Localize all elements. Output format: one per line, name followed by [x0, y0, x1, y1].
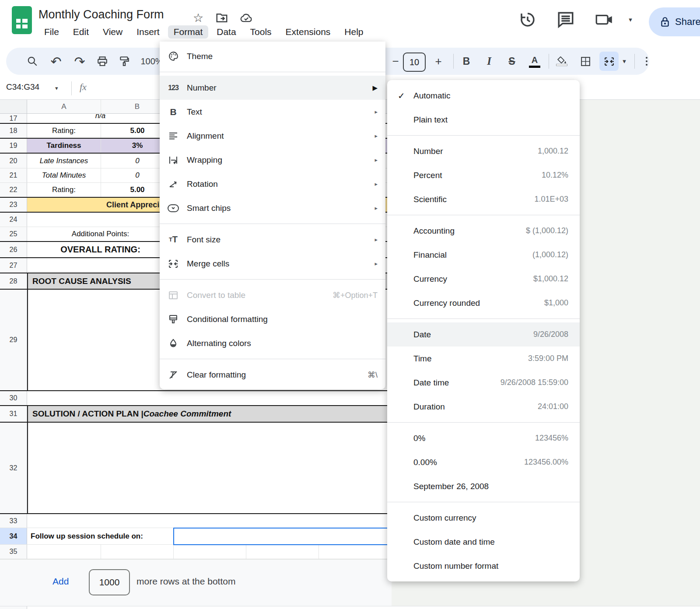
- add-rows-button[interactable]: Add: [52, 576, 69, 587]
- row-header[interactable]: 29: [0, 290, 27, 390]
- submenu-item-time[interactable]: Time 3:59:00 PM: [387, 346, 580, 371]
- cell-a17[interactable]: n/a: [27, 114, 174, 123]
- comments-icon[interactable]: [556, 10, 575, 29]
- merge-cells-button[interactable]: [599, 52, 619, 71]
- row-header[interactable]: 25: [0, 227, 27, 241]
- row-header[interactable]: 33: [0, 514, 27, 528]
- row-header[interactable]: 20: [0, 154, 27, 168]
- row-header[interactable]: 23: [0, 198, 27, 212]
- submenu-item-percent[interactable]: Percent 10.12%: [387, 163, 580, 187]
- row-header-selected[interactable]: 34: [0, 528, 27, 544]
- submenu-item-duration[interactable]: Duration 24:01:00: [387, 395, 580, 419]
- column-header-a[interactable]: A: [27, 100, 101, 113]
- cell-a26[interactable]: OVERALL RATING:: [27, 242, 174, 257]
- submenu-item-custom-date-time[interactable]: Custom date and time: [387, 530, 580, 554]
- cell-a23[interactable]: Client Apprecia: [106, 200, 164, 210]
- cell-a19[interactable]: Tardiness: [27, 139, 101, 153]
- menu-format[interactable]: Format: [168, 25, 209, 38]
- cell-d35[interactable]: [246, 545, 319, 559]
- bold-button[interactable]: B: [457, 52, 476, 71]
- search-icon[interactable]: [23, 52, 42, 71]
- select-all-corner[interactable]: [0, 100, 27, 113]
- menu-tools[interactable]: Tools: [245, 25, 277, 38]
- undo-icon[interactable]: ↶: [46, 52, 66, 71]
- submenu-item-date[interactable]: Date 9/26/2008: [387, 322, 580, 346]
- sheets-logo-icon[interactable]: [11, 6, 32, 35]
- cell-a31[interactable]: SOLUTION / ACTION PLAN | Coachee Commitm…: [28, 406, 231, 422]
- submenu-item-currency[interactable]: Currency $1,000.12: [387, 267, 580, 291]
- menu-item-conditional-formatting[interactable]: Conditional formatting: [160, 307, 385, 331]
- more-options-icon[interactable]: [637, 52, 656, 71]
- text-color-button[interactable]: A: [525, 52, 544, 71]
- rows-count-input[interactable]: 1000: [89, 569, 130, 595]
- row-header[interactable]: 31: [0, 406, 27, 422]
- submenu-item-plain-text[interactable]: Plain text: [387, 108, 580, 132]
- cell-b35[interactable]: [101, 545, 174, 559]
- menu-edit[interactable]: Edit: [67, 25, 94, 38]
- menu-item-wrapping[interactable]: Wrapping ▸: [160, 148, 385, 172]
- row-header[interactable]: 35: [0, 545, 27, 559]
- name-box-dropdown-icon[interactable]: ▾: [55, 85, 58, 91]
- cell-a34[interactable]: Follow up session schedule on:: [27, 528, 174, 544]
- row-header[interactable]: 21: [0, 168, 27, 182]
- menu-item-merge-cells[interactable]: Merge cells ▸: [160, 252, 385, 276]
- row-header[interactable]: 32: [0, 423, 27, 513]
- cell-e35[interactable]: [319, 545, 392, 559]
- cell-a35[interactable]: [27, 545, 101, 559]
- submenu-item-scientific[interactable]: Scientific 1.01E+03: [387, 187, 580, 211]
- cell-a21[interactable]: Total Minutes: [27, 168, 101, 182]
- submenu-item-number[interactable]: Number 1,000.12: [387, 139, 580, 163]
- menu-item-font-size[interactable]: TT Font size ▸: [160, 228, 385, 252]
- menu-item-smart-chips[interactable]: Smart chips ▸: [160, 196, 385, 220]
- menu-item-number[interactable]: 123 Number ▶: [160, 76, 385, 100]
- menu-extensions[interactable]: Extensions: [280, 25, 336, 38]
- row-header[interactable]: 26: [0, 242, 27, 257]
- menu-item-clear-formatting[interactable]: Clear formatting ⌘\: [160, 363, 385, 387]
- paint-format-icon[interactable]: [115, 52, 134, 71]
- borders-button[interactable]: [576, 52, 595, 71]
- menu-insert[interactable]: Insert: [131, 25, 165, 38]
- cloud-status-icon[interactable]: [240, 11, 253, 24]
- cell-a28[interactable]: ROOT CAUSE ANALYSIS: [28, 273, 131, 289]
- menu-view[interactable]: View: [97, 25, 128, 38]
- cell-a25[interactable]: Additional Points:: [27, 227, 174, 241]
- version-history-icon[interactable]: [518, 10, 537, 29]
- row-header[interactable]: 19: [0, 139, 27, 153]
- submenu-item-financial[interactable]: Financial (1,000.12): [387, 243, 580, 267]
- video-call-icon[interactable]: [595, 10, 613, 29]
- merge-cells-dropdown-icon[interactable]: ▾: [619, 52, 630, 71]
- row-header[interactable]: 22: [0, 183, 27, 197]
- submenu-item-long-date[interactable]: September 26, 2008: [387, 474, 580, 498]
- submenu-item-automatic[interactable]: ✓ Automatic: [387, 84, 580, 108]
- cell-c35[interactable]: [174, 545, 246, 559]
- submenu-item-date-time[interactable]: Date time 9/26/2008 15:59:00: [387, 371, 580, 395]
- row-header[interactable]: 24: [0, 213, 27, 227]
- video-call-dropdown-icon[interactable]: ▾: [621, 10, 640, 29]
- name-box[interactable]: C34:G34: [6, 82, 54, 92]
- document-title[interactable]: Monthly Coaching Form: [38, 8, 164, 21]
- decrease-font-size-button[interactable]: −: [386, 52, 405, 71]
- submenu-item-custom-number-format[interactable]: Custom number format: [387, 554, 580, 578]
- strikethrough-button[interactable]: S: [502, 52, 522, 71]
- cell-a22[interactable]: Rating:: [27, 183, 101, 197]
- fill-color-button[interactable]: [552, 52, 571, 71]
- row-header[interactable]: 28: [0, 273, 27, 289]
- menu-data[interactable]: Data: [211, 25, 242, 38]
- increase-font-size-button[interactable]: +: [429, 52, 448, 71]
- share-button[interactable]: Share: [649, 7, 700, 36]
- row-header[interactable]: 17: [0, 114, 27, 123]
- submenu-item-currency-rounded[interactable]: Currency rounded $1,000: [387, 291, 580, 315]
- row-header[interactable]: 27: [0, 258, 27, 273]
- menu-item-alignment[interactable]: Alignment ▸: [160, 124, 385, 148]
- italic-button[interactable]: I: [480, 52, 499, 71]
- menu-item-theme[interactable]: Theme: [160, 44, 385, 68]
- submenu-item-custom-currency[interactable]: Custom currency: [387, 506, 580, 530]
- cell-a18[interactable]: Rating:: [27, 124, 101, 138]
- font-size-input[interactable]: 10: [403, 52, 426, 72]
- cell-a20[interactable]: Late Instances: [27, 154, 101, 168]
- redo-icon[interactable]: ↷: [70, 52, 89, 71]
- submenu-item-percent-2dp[interactable]: 0.00% 123456.00%: [387, 450, 580, 474]
- row-header[interactable]: 18: [0, 124, 27, 138]
- submenu-item-accounting[interactable]: Accounting $ (1,000.12): [387, 219, 580, 243]
- star-icon[interactable]: ☆: [192, 11, 205, 24]
